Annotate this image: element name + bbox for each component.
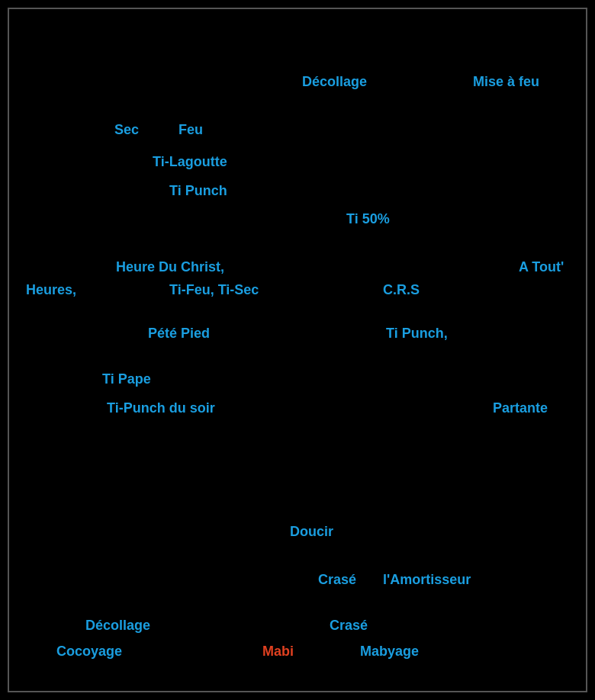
main-panel: DécollageMise à feuSecFeuTi-LagoutteTi P…	[8, 8, 587, 692]
ti-punch-label: Ti Punch	[169, 183, 227, 199]
ti-lagoutte-label: Ti-Lagoutte	[153, 154, 227, 170]
mabi-label: Mabi	[262, 644, 294, 660]
ti-pape-label: Ti Pape	[102, 371, 151, 387]
pete-pied-label: Pété Pied	[148, 326, 210, 342]
sec-label: Sec	[114, 122, 139, 138]
partante-label: Partante	[493, 400, 548, 416]
ti-punch-mid-label: Ti Punch,	[386, 326, 448, 342]
amortisseur-label: l'Amortisseur	[383, 572, 471, 588]
a-tout-label: A Tout'	[519, 259, 564, 275]
ti-feu-ti-sec-label: Ti-Feu, Ti-Sec	[169, 282, 259, 298]
feu-label: Feu	[178, 122, 203, 138]
heure-du-christ-label: Heure Du Christ,	[116, 259, 224, 275]
cocoyage-label: Cocoyage	[56, 644, 122, 660]
decollage-top-label: Décollage	[302, 74, 367, 90]
decollage-bot-label: Décollage	[85, 618, 150, 634]
crase-2-label: Crasé	[330, 618, 368, 634]
doucir-label: Doucir	[290, 524, 333, 540]
crase-1-label: Crasé	[318, 572, 356, 588]
mise-a-feu-label: Mise à feu	[473, 74, 539, 90]
mabyage-label: Mabyage	[360, 644, 419, 660]
heures-label: Heures,	[26, 282, 76, 298]
crs-label: C.R.S	[383, 282, 420, 298]
ti-50-label: Ti 50%	[346, 211, 390, 227]
ti-punch-soir-label: Ti-Punch du soir	[107, 400, 215, 416]
